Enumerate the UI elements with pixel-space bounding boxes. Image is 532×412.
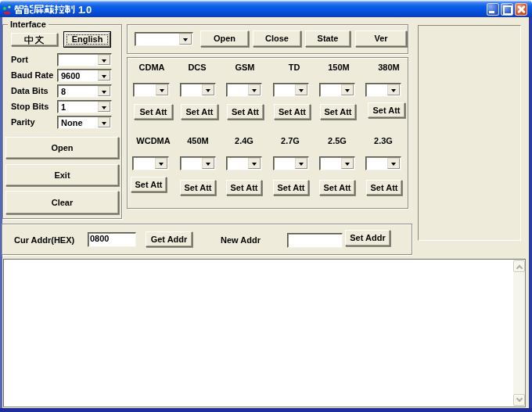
svg-text:0: 0 bbox=[86, 4, 92, 16]
